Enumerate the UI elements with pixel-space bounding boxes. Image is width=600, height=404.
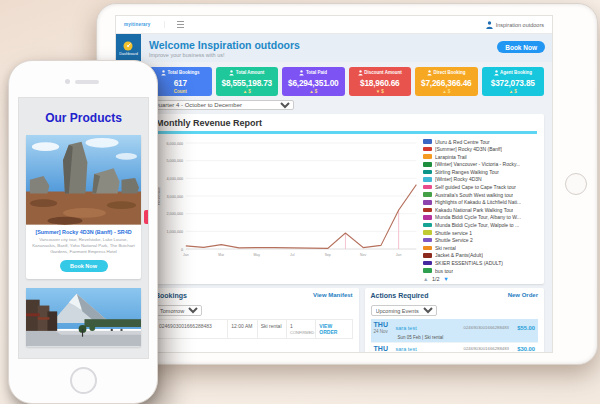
tablet-screen: myitinerary Inspiration outdoors: [115, 15, 553, 353]
sidebar-item-dashboard[interactable]: Dashboard: [119, 41, 138, 56]
kpi-card-agent-booking: Agent Booking$372,073.85▲ $: [482, 67, 545, 96]
action-customer-link[interactable]: sara test: [396, 346, 464, 352]
legend-label: [Winter] Vancouver - Victoria - Rocky...: [435, 161, 520, 167]
chart-title: Monthly Revenue Report: [156, 118, 537, 128]
svg-text:Jul: Jul: [290, 252, 295, 256]
action-row[interactable]: THUsara test0246903001666288483$30.00: [371, 343, 538, 353]
feedback-tab[interactable]: [144, 210, 148, 224]
bookings-filter-select[interactable]: Tomorrow: [155, 305, 202, 316]
quarter-select[interactable]: Quarter 4 - October to December: [149, 100, 294, 110]
view-order-link[interactable]: VIEW ORDER: [316, 320, 351, 338]
legend-item[interactable]: Shuttle service 1: [423, 230, 537, 236]
kpi-sub: ▲ $: [217, 89, 278, 94]
legend-label: Munda Biddi Cycle Tour, Walpole to ...: [435, 222, 519, 228]
legend-swatch: [423, 253, 432, 258]
legend-label: Jacket & Pants(Adult): [435, 252, 483, 258]
action-day: THU: [374, 345, 396, 352]
legend-label: SKIER ESSENTIALS (ADULT): [435, 260, 503, 266]
legend-item[interactable]: Munda Biddi Cycle Tour, Albany to W...: [423, 214, 537, 220]
legend-swatch: [423, 162, 432, 167]
svg-text:2,000,000: 2,000,000: [166, 211, 183, 216]
revenue-line-chart: 01,000,0002,000,0003,000,0004,000,0005,0…: [156, 137, 419, 265]
legend-item[interactable]: Uluru & Red Centre Tour: [423, 139, 537, 145]
legend-page-up-icon[interactable]: ▲: [423, 276, 428, 282]
actions-filter-select[interactable]: Upcoming Events: [371, 305, 437, 316]
legend-item[interactable]: [Winter] Vancouver - Victoria - Rocky...: [423, 161, 537, 167]
product-card[interactable]: [Summer] Rocky 4D3N (Banff) - SR4D Vanco…: [26, 135, 141, 279]
tablet-device: myitinerary Inspiration outdoors: [96, 3, 598, 365]
legend-item[interactable]: bus tour: [423, 268, 537, 274]
svg-text:3,000,000: 3,000,000: [166, 193, 183, 198]
product-book-now-button[interactable]: Book Now: [60, 260, 108, 272]
legend-item[interactable]: Munda Biddi Cycle Tour, Walpole to ...: [423, 222, 537, 228]
kpi-value: $8,555,198.73: [217, 78, 278, 88]
kpi-label: Direct Booking: [416, 70, 477, 76]
kpi-label: Total Bookings: [150, 70, 211, 76]
legend-item[interactable]: Stirling Ranges Walking Tour: [423, 169, 537, 175]
kpi-value: $6,294,351.00: [283, 78, 344, 88]
kpi-row: Total Bookings617CountTotal Amount$8,555…: [141, 62, 552, 98]
phone-camera: [65, 79, 70, 84]
legend-item[interactable]: Larapinta Trail: [423, 154, 537, 160]
legend-swatch: [423, 177, 432, 182]
new-order-link[interactable]: New Order: [508, 292, 538, 298]
legend-swatch: [423, 230, 432, 235]
scene: myitinerary Inspiration outdoors: [0, 0, 600, 404]
kpi-person-icon: [427, 70, 432, 76]
legend-item[interactable]: Australia's South West walking tour: [423, 192, 537, 198]
revenue-report-card: Monthly Revenue Report 01,000,0002,000,0…: [149, 114, 544, 284]
svg-text:1,000,000: 1,000,000: [166, 228, 183, 233]
action-row[interactable]: THU24 Novsara test0246903001666288483$55…: [371, 319, 538, 343]
welcome-band: Welcome Inspiration outdoors Improve you…: [141, 34, 552, 62]
chart-divider: [156, 131, 537, 134]
svg-text:Nov: Nov: [360, 252, 366, 256]
legend-item[interactable]: Jacket & Pants(Adult): [423, 252, 537, 258]
product-photo-banff-street: [26, 288, 141, 346]
phone-device: Our Products: [8, 60, 158, 404]
kpi-value: $7,266,366.46: [416, 78, 477, 88]
legend-label: Self guided Cape to Cape Track tour: [435, 184, 516, 190]
legend-label: Highlights of Kakadu & Litchfield Nati..…: [435, 199, 521, 205]
legend-swatch: [423, 185, 432, 190]
kpi-person-icon: [299, 70, 304, 76]
legend-item[interactable]: Kakadu National Park Walking Tour: [423, 207, 537, 213]
legend-swatch: [423, 147, 432, 152]
product-description: Vancouver city tour, Revelstoke, Lake Lo…: [31, 237, 136, 255]
booking-id: 0246903001666288483: [156, 320, 228, 338]
kpi-sub: ▲ $: [283, 89, 344, 94]
kpi-sub: Count: [150, 89, 211, 94]
account-menu[interactable]: Inspiration outdoors: [486, 21, 544, 29]
legend-swatch: [423, 154, 432, 159]
book-now-button[interactable]: Book Now: [497, 41, 545, 53]
actions-list: THU24 Novsara test0246903001666288483$55…: [371, 319, 538, 353]
kpi-person-icon: [358, 70, 363, 76]
legend-label: Stirling Ranges Walking Tour: [435, 169, 499, 175]
svg-text:0: 0: [181, 246, 184, 251]
legend-item[interactable]: SKIER ESSENTIALS (ADULT): [423, 260, 537, 266]
kpi-person-icon: [161, 70, 166, 76]
action-day: THU24 Nov: [374, 321, 396, 334]
hamburger-menu-icon[interactable]: [164, 21, 184, 28]
svg-text:Sep: Sep: [325, 252, 331, 256]
kpi-sub: ▲ $: [483, 89, 544, 94]
app-logo[interactable]: myitinerary: [124, 22, 150, 27]
legend-item[interactable]: [Summer] Rocky 4D3N (Banff): [423, 146, 537, 152]
kpi-label: Total Paid: [283, 70, 344, 76]
legend-page-down-icon[interactable]: ▼: [443, 276, 448, 282]
legend-item[interactable]: Highlights of Kakadu & Litchfield Nati..…: [423, 199, 537, 205]
kpi-label: Agent Booking: [483, 70, 544, 76]
legend-swatch: [423, 200, 432, 205]
legend-item[interactable]: Self guided Cape to Cape Track tour: [423, 184, 537, 190]
actions-required-panel: Actions Required New Order Upcoming Even…: [365, 288, 544, 353]
booking-qty: 1CONFIRMED: [287, 320, 316, 338]
legend-item[interactable]: Shuttle Service 2: [423, 237, 537, 243]
legend-item[interactable]: [Winter] Rocky 4D3N: [423, 176, 537, 182]
kpi-sub: ▲ $: [416, 89, 477, 94]
tablet-home-button[interactable]: [565, 173, 587, 195]
kpi-sub: ▼ $: [350, 89, 411, 94]
action-customer-link[interactable]: sara test: [396, 325, 464, 331]
phone-home-button[interactable]: [70, 367, 97, 394]
product-card-2[interactable]: [26, 288, 141, 346]
view-manifest-link[interactable]: View Manifest: [313, 292, 353, 298]
legend-item[interactable]: Ski rental: [423, 245, 537, 251]
